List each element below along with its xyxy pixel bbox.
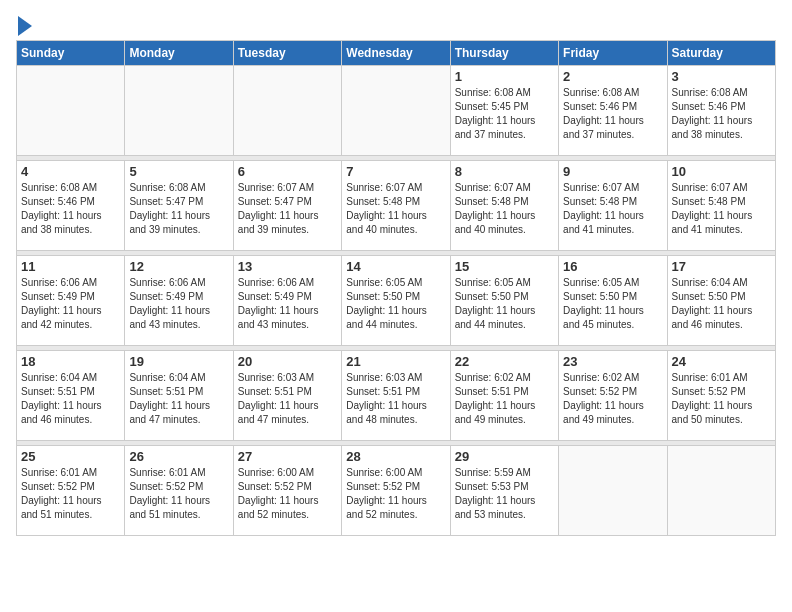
calendar-week-row: 4Sunrise: 6:08 AM Sunset: 5:46 PM Daylig…: [17, 161, 776, 251]
calendar-cell: [559, 446, 667, 536]
day-info: Sunrise: 6:04 AM Sunset: 5:51 PM Dayligh…: [21, 371, 120, 427]
calendar-cell: 24Sunrise: 6:01 AM Sunset: 5:52 PM Dayli…: [667, 351, 775, 441]
calendar-cell: 4Sunrise: 6:08 AM Sunset: 5:46 PM Daylig…: [17, 161, 125, 251]
logo: [16, 16, 32, 32]
day-info: Sunrise: 6:08 AM Sunset: 5:45 PM Dayligh…: [455, 86, 554, 142]
day-number: 16: [563, 259, 662, 274]
day-info: Sunrise: 6:07 AM Sunset: 5:48 PM Dayligh…: [346, 181, 445, 237]
calendar-week-row: 18Sunrise: 6:04 AM Sunset: 5:51 PM Dayli…: [17, 351, 776, 441]
day-number: 21: [346, 354, 445, 369]
day-info: Sunrise: 6:00 AM Sunset: 5:52 PM Dayligh…: [238, 466, 337, 522]
calendar-cell: 9Sunrise: 6:07 AM Sunset: 5:48 PM Daylig…: [559, 161, 667, 251]
calendar-cell: [17, 66, 125, 156]
calendar-cell: 15Sunrise: 6:05 AM Sunset: 5:50 PM Dayli…: [450, 256, 558, 346]
day-info: Sunrise: 6:04 AM Sunset: 5:51 PM Dayligh…: [129, 371, 228, 427]
day-info: Sunrise: 6:03 AM Sunset: 5:51 PM Dayligh…: [238, 371, 337, 427]
calendar-cell: 26Sunrise: 6:01 AM Sunset: 5:52 PM Dayli…: [125, 446, 233, 536]
day-number: 28: [346, 449, 445, 464]
logo-arrow-icon: [18, 16, 32, 36]
calendar-cell: [233, 66, 341, 156]
day-number: 3: [672, 69, 771, 84]
day-number: 15: [455, 259, 554, 274]
calendar-cell: 10Sunrise: 6:07 AM Sunset: 5:48 PM Dayli…: [667, 161, 775, 251]
weekday-header-tuesday: Tuesday: [233, 41, 341, 66]
day-number: 4: [21, 164, 120, 179]
day-info: Sunrise: 6:07 AM Sunset: 5:48 PM Dayligh…: [672, 181, 771, 237]
calendar-cell: [667, 446, 775, 536]
calendar-cell: 6Sunrise: 6:07 AM Sunset: 5:47 PM Daylig…: [233, 161, 341, 251]
weekday-header-friday: Friday: [559, 41, 667, 66]
calendar-cell: 8Sunrise: 6:07 AM Sunset: 5:48 PM Daylig…: [450, 161, 558, 251]
day-info: Sunrise: 6:05 AM Sunset: 5:50 PM Dayligh…: [346, 276, 445, 332]
weekday-header-wednesday: Wednesday: [342, 41, 450, 66]
calendar-cell: 21Sunrise: 6:03 AM Sunset: 5:51 PM Dayli…: [342, 351, 450, 441]
day-info: Sunrise: 6:00 AM Sunset: 5:52 PM Dayligh…: [346, 466, 445, 522]
day-info: Sunrise: 6:07 AM Sunset: 5:48 PM Dayligh…: [563, 181, 662, 237]
day-info: Sunrise: 5:59 AM Sunset: 5:53 PM Dayligh…: [455, 466, 554, 522]
calendar-cell: 22Sunrise: 6:02 AM Sunset: 5:51 PM Dayli…: [450, 351, 558, 441]
day-number: 26: [129, 449, 228, 464]
calendar-cell: 17Sunrise: 6:04 AM Sunset: 5:50 PM Dayli…: [667, 256, 775, 346]
day-info: Sunrise: 6:04 AM Sunset: 5:50 PM Dayligh…: [672, 276, 771, 332]
calendar-cell: 3Sunrise: 6:08 AM Sunset: 5:46 PM Daylig…: [667, 66, 775, 156]
calendar-cell: 25Sunrise: 6:01 AM Sunset: 5:52 PM Dayli…: [17, 446, 125, 536]
calendar-cell: 11Sunrise: 6:06 AM Sunset: 5:49 PM Dayli…: [17, 256, 125, 346]
day-number: 6: [238, 164, 337, 179]
weekday-header-sunday: Sunday: [17, 41, 125, 66]
calendar-week-row: 25Sunrise: 6:01 AM Sunset: 5:52 PM Dayli…: [17, 446, 776, 536]
day-number: 11: [21, 259, 120, 274]
day-info: Sunrise: 6:01 AM Sunset: 5:52 PM Dayligh…: [672, 371, 771, 427]
weekday-header-saturday: Saturday: [667, 41, 775, 66]
calendar-cell: 23Sunrise: 6:02 AM Sunset: 5:52 PM Dayli…: [559, 351, 667, 441]
calendar-cell: 5Sunrise: 6:08 AM Sunset: 5:47 PM Daylig…: [125, 161, 233, 251]
day-number: 18: [21, 354, 120, 369]
day-info: Sunrise: 6:02 AM Sunset: 5:51 PM Dayligh…: [455, 371, 554, 427]
header: [16, 16, 776, 32]
calendar-cell: 28Sunrise: 6:00 AM Sunset: 5:52 PM Dayli…: [342, 446, 450, 536]
day-number: 19: [129, 354, 228, 369]
calendar-cell: 12Sunrise: 6:06 AM Sunset: 5:49 PM Dayli…: [125, 256, 233, 346]
calendar-cell: 19Sunrise: 6:04 AM Sunset: 5:51 PM Dayli…: [125, 351, 233, 441]
day-number: 2: [563, 69, 662, 84]
weekday-header-thursday: Thursday: [450, 41, 558, 66]
day-info: Sunrise: 6:07 AM Sunset: 5:47 PM Dayligh…: [238, 181, 337, 237]
calendar-cell: 20Sunrise: 6:03 AM Sunset: 5:51 PM Dayli…: [233, 351, 341, 441]
day-info: Sunrise: 6:06 AM Sunset: 5:49 PM Dayligh…: [129, 276, 228, 332]
day-number: 27: [238, 449, 337, 464]
day-info: Sunrise: 6:06 AM Sunset: 5:49 PM Dayligh…: [238, 276, 337, 332]
day-info: Sunrise: 6:08 AM Sunset: 5:47 PM Dayligh…: [129, 181, 228, 237]
day-info: Sunrise: 6:06 AM Sunset: 5:49 PM Dayligh…: [21, 276, 120, 332]
day-number: 23: [563, 354, 662, 369]
day-number: 29: [455, 449, 554, 464]
day-number: 14: [346, 259, 445, 274]
calendar-week-row: 11Sunrise: 6:06 AM Sunset: 5:49 PM Dayli…: [17, 256, 776, 346]
calendar-cell: 14Sunrise: 6:05 AM Sunset: 5:50 PM Dayli…: [342, 256, 450, 346]
day-number: 17: [672, 259, 771, 274]
calendar-cell: 18Sunrise: 6:04 AM Sunset: 5:51 PM Dayli…: [17, 351, 125, 441]
day-number: 24: [672, 354, 771, 369]
day-info: Sunrise: 6:05 AM Sunset: 5:50 PM Dayligh…: [455, 276, 554, 332]
day-number: 25: [21, 449, 120, 464]
calendar-cell: [342, 66, 450, 156]
day-number: 10: [672, 164, 771, 179]
day-info: Sunrise: 6:02 AM Sunset: 5:52 PM Dayligh…: [563, 371, 662, 427]
day-info: Sunrise: 6:01 AM Sunset: 5:52 PM Dayligh…: [129, 466, 228, 522]
day-number: 13: [238, 259, 337, 274]
day-number: 9: [563, 164, 662, 179]
day-number: 22: [455, 354, 554, 369]
day-number: 1: [455, 69, 554, 84]
day-info: Sunrise: 6:03 AM Sunset: 5:51 PM Dayligh…: [346, 371, 445, 427]
day-info: Sunrise: 6:08 AM Sunset: 5:46 PM Dayligh…: [563, 86, 662, 142]
calendar-cell: 16Sunrise: 6:05 AM Sunset: 5:50 PM Dayli…: [559, 256, 667, 346]
day-number: 5: [129, 164, 228, 179]
calendar-cell: 1Sunrise: 6:08 AM Sunset: 5:45 PM Daylig…: [450, 66, 558, 156]
day-number: 8: [455, 164, 554, 179]
calendar-week-row: 1Sunrise: 6:08 AM Sunset: 5:45 PM Daylig…: [17, 66, 776, 156]
calendar-cell: 2Sunrise: 6:08 AM Sunset: 5:46 PM Daylig…: [559, 66, 667, 156]
day-number: 20: [238, 354, 337, 369]
weekday-header-row: SundayMondayTuesdayWednesdayThursdayFrid…: [17, 41, 776, 66]
calendar-cell: 7Sunrise: 6:07 AM Sunset: 5:48 PM Daylig…: [342, 161, 450, 251]
day-info: Sunrise: 6:08 AM Sunset: 5:46 PM Dayligh…: [21, 181, 120, 237]
weekday-header-monday: Monday: [125, 41, 233, 66]
day-info: Sunrise: 6:01 AM Sunset: 5:52 PM Dayligh…: [21, 466, 120, 522]
